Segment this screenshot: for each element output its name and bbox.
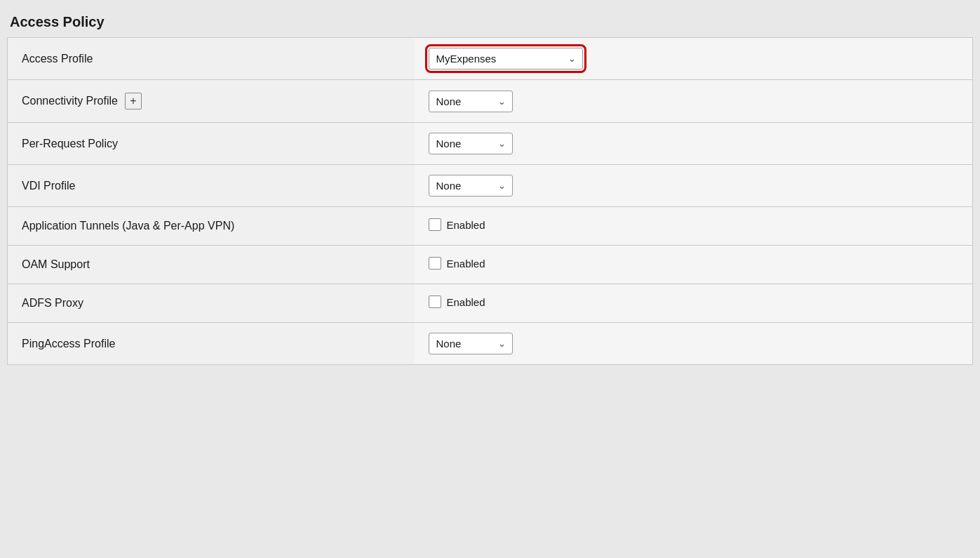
vdi-profile-label: VDI Profile bbox=[8, 165, 415, 207]
per-request-policy-select-wrapper: None ⌄ bbox=[429, 133, 513, 154]
connectivity-profile-select[interactable]: None bbox=[429, 91, 513, 112]
access-profile-select[interactable]: MyExpenses None bbox=[429, 48, 583, 69]
oam-support-checkbox-wrapper[interactable]: Enabled bbox=[429, 257, 485, 270]
table-row: PingAccess Profile None ⌄ bbox=[8, 323, 973, 365]
table-row: VDI Profile None ⌄ bbox=[8, 165, 973, 207]
per-request-policy-label: Per-Request Policy bbox=[8, 123, 415, 165]
application-tunnels-checkbox[interactable] bbox=[429, 218, 441, 231]
pingaccess-profile-select-wrapper: None ⌄ bbox=[429, 333, 513, 354]
application-tunnels-checkbox-wrapper[interactable]: Enabled bbox=[429, 218, 485, 231]
vdi-profile-value-cell: None ⌄ bbox=[415, 165, 973, 207]
oam-support-value-cell: Enabled bbox=[415, 246, 973, 284]
table-row: Connectivity Profile + None ⌄ bbox=[8, 80, 973, 123]
oam-support-enabled-label: Enabled bbox=[447, 258, 485, 270]
pingaccess-profile-label: PingAccess Profile bbox=[8, 323, 415, 365]
oam-support-checkbox[interactable] bbox=[429, 257, 441, 270]
connectivity-profile-label: Connectivity Profile + bbox=[8, 80, 415, 123]
adfs-proxy-value-cell: Enabled bbox=[415, 284, 973, 323]
connectivity-profile-value-cell: None ⌄ bbox=[415, 80, 973, 123]
table-row: Access Profile MyExpenses None ⌄ bbox=[8, 38, 973, 80]
policy-table: Access Profile MyExpenses None ⌄ bbox=[7, 37, 973, 365]
per-request-policy-value-cell: None ⌄ bbox=[415, 123, 973, 165]
page-container: Access Policy Access Profile MyExpenses … bbox=[0, 0, 980, 558]
section-title: Access Policy bbox=[7, 7, 973, 37]
access-profile-select-wrapper: MyExpenses None ⌄ bbox=[429, 48, 583, 69]
oam-support-label: OAM Support bbox=[8, 246, 415, 284]
access-profile-value-cell: MyExpenses None ⌄ bbox=[415, 38, 973, 80]
adfs-proxy-checkbox[interactable] bbox=[429, 295, 441, 308]
adfs-proxy-checkbox-wrapper[interactable]: Enabled bbox=[429, 295, 485, 308]
connectivity-profile-plus-button[interactable]: + bbox=[125, 93, 142, 109]
table-row: Per-Request Policy None ⌄ bbox=[8, 123, 973, 165]
application-tunnels-enabled-label: Enabled bbox=[447, 219, 485, 231]
access-profile-label: Access Profile bbox=[8, 38, 415, 80]
vdi-profile-select[interactable]: None bbox=[429, 175, 513, 197]
table-row: ADFS Proxy Enabled bbox=[8, 284, 973, 323]
table-row: OAM Support Enabled bbox=[8, 246, 973, 284]
pingaccess-profile-value-cell: None ⌄ bbox=[415, 323, 973, 365]
connectivity-profile-select-wrapper: None ⌄ bbox=[429, 91, 513, 112]
adfs-proxy-label: ADFS Proxy bbox=[8, 284, 415, 323]
pingaccess-profile-select[interactable]: None bbox=[429, 333, 513, 354]
application-tunnels-value-cell: Enabled bbox=[415, 207, 973, 246]
table-row: Application Tunnels (Java & Per-App VPN)… bbox=[8, 207, 973, 246]
application-tunnels-label: Application Tunnels (Java & Per-App VPN) bbox=[8, 207, 415, 246]
vdi-profile-select-wrapper: None ⌄ bbox=[429, 175, 513, 197]
adfs-proxy-enabled-label: Enabled bbox=[447, 296, 485, 308]
per-request-policy-select[interactable]: None bbox=[429, 133, 513, 154]
